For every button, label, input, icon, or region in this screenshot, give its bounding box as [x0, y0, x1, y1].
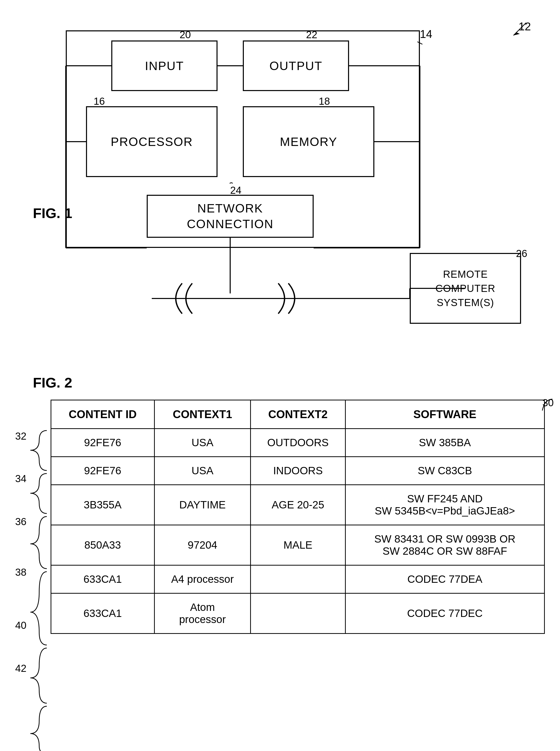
table-row: 3B355A DAYTIME AGE 20-25 SW FF245 ANDSW … [51, 485, 544, 525]
col-header-context2: CONTEXT2 [251, 400, 345, 429]
cell-software: SW FF245 ANDSW 5345B<v=Pbd_iaGJEa8> [345, 485, 544, 525]
cell-software: CODEC 77DEC [345, 593, 544, 634]
cell-software: SW C83CB [345, 457, 544, 485]
cell-context1: 97204 [154, 525, 251, 565]
cell-content-id: 850A33 [51, 525, 155, 565]
cell-context2 [251, 593, 345, 634]
cell-context2: INDOORS [251, 457, 345, 485]
ref-38-label: 38 [15, 567, 26, 578]
table-header-row: CONTENT ID CONTEXT1 CONTEXT2 SOFTWARE [51, 400, 544, 429]
table-row: 633CA1 Atomprocessor CODEC 77DEC [51, 593, 544, 634]
ref-32-label: 32 [15, 430, 26, 442]
cell-content-id: 633CA1 [51, 565, 155, 593]
cell-context1: USA [154, 457, 251, 485]
col-header-content-id: CONTENT ID [51, 400, 155, 429]
cell-context1: DAYTIME [154, 485, 251, 525]
table-row: 633CA1 A4 processor CODEC 77DEA [51, 565, 544, 593]
table-row: 92FE76 USA OUTDOORS SW 385BA [51, 429, 544, 457]
output-box: OUTPUT [243, 40, 349, 91]
cell-software: CODEC 77DEA [345, 565, 544, 593]
cell-context1: A4 processor [154, 565, 251, 593]
fig2-table: CONTENT ID CONTEXT1 CONTEXT2 SOFTWARE 92… [51, 400, 545, 634]
col-header-context1: CONTEXT1 [154, 400, 251, 429]
ref-14-label: 14 [420, 28, 432, 40]
col-header-software: SOFTWARE [345, 400, 544, 429]
cell-context2: MALE [251, 525, 345, 565]
network-box: NETWORKCONNECTION [147, 195, 314, 238]
cell-content-id: 92FE76 [51, 429, 155, 457]
input-box: INPUT [111, 40, 218, 91]
cell-context1: USA [154, 429, 251, 457]
ref-34-label: 34 [15, 473, 26, 484]
cell-software: SW 385BA [345, 429, 544, 457]
row-bracket-svg [0, 400, 58, 751]
cell-content-id: 633CA1 [51, 593, 155, 634]
remote-computer-box: REMOTECOMPUTERSYSTEM(S) [410, 253, 521, 324]
fig1-label: FIG. 1 [33, 205, 72, 221]
cell-content-id: 3B355A [51, 485, 155, 525]
cell-software: SW 83431 OR SW 0993B ORSW 2884C OR SW 88… [345, 525, 544, 565]
table-row: 850A33 97204 MALE SW 83431 OR SW 0993B O… [51, 525, 544, 565]
ref-42-label: 42 [15, 663, 26, 674]
fig2-label: FIG. 2 [33, 374, 72, 391]
cell-context2: OUTDOORS [251, 429, 345, 457]
memory-box: MEMORY [243, 106, 374, 177]
fig1-diagram: 12 [0, 15, 560, 344]
cell-context2 [251, 565, 345, 593]
ref-12-label: 12 [519, 20, 531, 33]
cell-context2: AGE 20-25 [251, 485, 345, 525]
processor-box: PROCESSOR [86, 106, 218, 177]
table-row: 92FE76 USA INDOORS SW C83CB [51, 457, 544, 485]
cell-content-id: 92FE76 [51, 457, 155, 485]
ref-40-label: 40 [15, 620, 26, 631]
cell-context1: Atomprocessor [154, 593, 251, 634]
ref-36-label: 36 [15, 516, 26, 527]
fig2-table-wrapper: CONTENT ID CONTEXT1 CONTEXT2 SOFTWARE 92… [51, 400, 545, 634]
